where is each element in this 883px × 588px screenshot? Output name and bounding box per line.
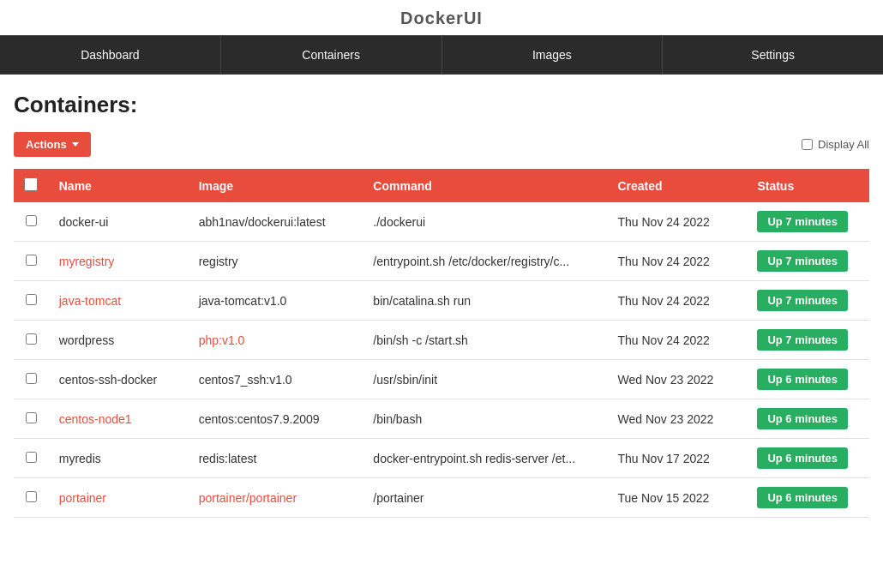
container-command: docker-entrypoint.sh redis-server /et... xyxy=(363,439,607,478)
status-badge: Up 6 minutes xyxy=(757,369,848,390)
container-command: /usr/sbin/init xyxy=(363,360,607,399)
container-command: /bin/bash xyxy=(363,399,607,439)
row-checkbox-0[interactable] xyxy=(26,215,37,226)
status-badge: Up 7 minutes xyxy=(757,290,848,311)
container-image-link[interactable]: php:v1.0 xyxy=(199,333,245,347)
row-checkbox-6[interactable] xyxy=(26,452,37,463)
container-created: Thu Nov 24 2022 xyxy=(607,202,747,242)
col-header-name: Name xyxy=(49,169,189,202)
col-header-status: Status xyxy=(747,169,869,202)
container-command: /portainer xyxy=(363,478,607,518)
status-badge: Up 7 minutes xyxy=(757,329,848,351)
container-name: docker-ui xyxy=(49,202,189,242)
table-row: myredisredis:latestdocker-entrypoint.sh … xyxy=(14,439,869,478)
nav-bar: DashboardContainersImagesSettings xyxy=(0,35,883,75)
container-image: redis:latest xyxy=(189,439,363,478)
status-badge: Up 7 minutes xyxy=(757,211,848,232)
status-badge: Up 6 minutes xyxy=(757,487,848,508)
table-header: Name Image Command Created Status xyxy=(14,169,869,202)
row-checkbox-4[interactable] xyxy=(26,373,37,384)
nav-item-settings[interactable]: Settings xyxy=(663,36,883,74)
container-name-link[interactable]: portainer xyxy=(59,491,106,505)
container-name: myredis xyxy=(49,439,189,478)
col-header-created: Created xyxy=(607,169,747,202)
status-badge: Up 6 minutes xyxy=(757,447,848,469)
col-header-command: Command xyxy=(363,169,607,202)
containers-table: Name Image Command Created Status docker… xyxy=(14,169,869,518)
table-row: java-tomcatjava-tomcat:v1.0bin/catalina.… xyxy=(14,281,869,321)
display-all-label[interactable]: Display All xyxy=(802,138,869,151)
container-name: centos-ssh-docker xyxy=(49,360,189,399)
app-title: DockerUI xyxy=(0,0,883,35)
table-row: myregistryregistry/entrypoint.sh /etc/do… xyxy=(14,242,869,281)
select-all-checkbox[interactable] xyxy=(24,177,38,191)
container-name-link[interactable]: centos-node1 xyxy=(59,412,132,426)
container-command: /bin/sh -c /start.sh xyxy=(363,321,607,360)
container-created: Thu Nov 17 2022 xyxy=(607,439,747,478)
row-checkbox-1[interactable] xyxy=(26,255,37,266)
container-created: Thu Nov 24 2022 xyxy=(607,321,747,360)
table-body: docker-uiabh1nav/dockerui:latest./docker… xyxy=(14,202,869,518)
row-checkbox-2[interactable] xyxy=(26,294,37,305)
container-name-link[interactable]: myregistry xyxy=(59,255,115,268)
nav-item-dashboard[interactable]: Dashboard xyxy=(0,36,221,74)
container-name-link[interactable]: java-tomcat xyxy=(59,294,121,308)
table-row: portainerportainer/portainer/portainerTu… xyxy=(14,478,869,518)
status-badge: Up 7 minutes xyxy=(757,250,848,272)
table-row: wordpressphp:v1.0/bin/sh -c /start.shThu… xyxy=(14,321,869,360)
row-checkbox-3[interactable] xyxy=(26,333,37,345)
actions-button[interactable]: Actions xyxy=(14,132,91,157)
nav-item-images[interactable]: Images xyxy=(442,36,664,74)
nav-item-containers[interactable]: Containers xyxy=(221,36,442,74)
col-header-image: Image xyxy=(189,169,363,202)
container-name: wordpress xyxy=(49,321,189,360)
table-row: docker-uiabh1nav/dockerui:latest./docker… xyxy=(14,202,869,242)
container-image: registry xyxy=(189,242,363,281)
display-all-checkbox[interactable] xyxy=(802,139,813,150)
container-image-link[interactable]: portainer/portainer xyxy=(199,491,297,505)
row-checkbox-5[interactable] xyxy=(26,412,37,423)
container-created: Thu Nov 24 2022 xyxy=(607,242,747,281)
row-checkbox-7[interactable] xyxy=(26,491,37,502)
container-command: bin/catalina.sh run xyxy=(363,281,607,321)
container-image: java-tomcat:v1.0 xyxy=(189,281,363,321)
actions-label: Actions xyxy=(26,138,67,151)
chevron-down-icon xyxy=(72,142,79,147)
container-created: Thu Nov 24 2022 xyxy=(607,281,747,321)
status-badge: Up 6 minutes xyxy=(757,408,848,429)
container-command: /entrypoint.sh /etc/docker/registry/c... xyxy=(363,242,607,281)
container-created: Tue Nov 15 2022 xyxy=(607,478,747,518)
container-image: centos7_ssh:v1.0 xyxy=(189,360,363,399)
container-image: abh1nav/dockerui:latest xyxy=(189,202,363,242)
page-title: Containers: xyxy=(14,92,869,118)
table-row: centos-node1centos:centos7.9.2009/bin/ba… xyxy=(14,399,869,439)
container-image: centos:centos7.9.2009 xyxy=(189,399,363,439)
table-row: centos-ssh-dockercentos7_ssh:v1.0/usr/sb… xyxy=(14,360,869,399)
container-created: Wed Nov 23 2022 xyxy=(607,399,747,439)
container-created: Wed Nov 23 2022 xyxy=(607,360,747,399)
container-command: ./dockerui xyxy=(363,202,607,242)
